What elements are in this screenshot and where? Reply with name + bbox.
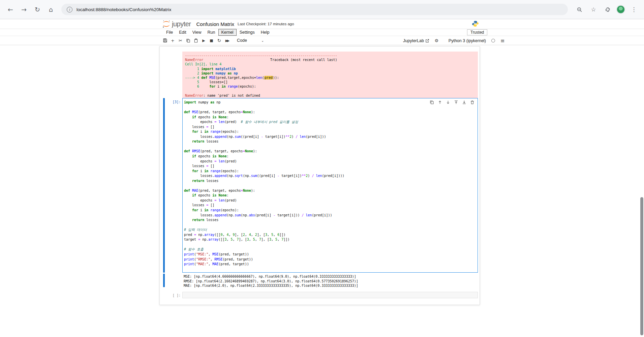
jupyter-logo-icon xyxy=(162,20,171,28)
duplicate-cell-icon xyxy=(430,100,434,104)
restart-kernel-button[interactable]: ↻ xyxy=(215,37,223,44)
notebook-title[interactable]: Confusion Matrix xyxy=(196,21,235,27)
notebook-tools-button[interactable]: ≡ xyxy=(500,38,505,44)
reload-icon: ↻ xyxy=(35,6,40,13)
save-button[interactable] xyxy=(161,37,169,44)
menu-help[interactable]: Help xyxy=(258,29,273,36)
cut-cells-button[interactable]: ✂ xyxy=(177,37,184,44)
jupyterlab-link[interactable]: JupyterLab xyxy=(403,38,429,43)
restart-icon: ↻ xyxy=(217,38,221,43)
profile-avatar[interactable] xyxy=(616,5,625,14)
notebook-document: ----------------------------------------… xyxy=(159,46,480,305)
menu-kernel[interactable]: Kernel xyxy=(218,29,237,36)
puzzle-icon xyxy=(605,7,611,12)
plus-icon: + xyxy=(171,38,175,43)
url-bar[interactable]: i localhost:8888/notebooks/Confusion%20M… xyxy=(61,4,568,15)
code-editor[interactable]: import numpy as np def MSE(pred, target,… xyxy=(182,98,478,273)
zoom-magnifier-icon xyxy=(577,7,582,12)
move-cell-down-icon xyxy=(446,100,450,104)
insert-cell-below-button[interactable] xyxy=(462,100,467,105)
browser-menu-button[interactable]: ⋮ xyxy=(628,4,639,15)
run-cell-button[interactable]: ▶ xyxy=(200,37,208,44)
delete-cell-button[interactable] xyxy=(470,100,475,105)
interrupt-kernel-button[interactable]: ■ xyxy=(208,37,215,44)
home-icon: ⌂ xyxy=(49,6,53,13)
star-icon: ☆ xyxy=(591,6,596,13)
stop-icon: ■ xyxy=(210,38,213,43)
kernel-name[interactable]: Python 3 (ipykernel) xyxy=(449,38,486,43)
back-button[interactable]: ← xyxy=(5,4,16,15)
scissors-icon: ✂ xyxy=(179,38,182,43)
move-cell-down-button[interactable] xyxy=(446,100,451,105)
bookmark-button[interactable]: ☆ xyxy=(588,4,599,15)
empty-cell-prompt: [ ]: xyxy=(164,294,181,297)
insert-cell-above-button[interactable] xyxy=(454,100,459,105)
cell-type-select[interactable]: Code ⌄ xyxy=(237,38,264,43)
browser-toolbar: ← → ↻ ⌂ i localhost:8888/notebooks/Confu… xyxy=(0,0,644,19)
restart-run-all-button[interactable]: ▶▶ xyxy=(223,37,231,44)
menu-file[interactable]: File xyxy=(163,29,176,36)
chevron-down-icon: ⌄ xyxy=(261,39,264,42)
external-link-icon xyxy=(425,39,429,43)
move-cell-up-icon xyxy=(438,100,442,104)
back-icon: ← xyxy=(8,6,13,13)
cell-type-value: Code xyxy=(237,38,247,43)
menu-settings[interactable]: Settings xyxy=(237,29,258,36)
checkpoint-status: Last Checkpoint: 17 minutes ago xyxy=(238,22,294,26)
trusted-badge[interactable]: Trusted xyxy=(467,29,487,35)
cell-output-area[interactable]: MSE: [np.float64(4.666666666666667), np.… xyxy=(182,274,478,288)
jupyter-logo[interactable]: jupyter xyxy=(162,20,191,28)
copy-cells-button[interactable] xyxy=(184,37,192,44)
copy-icon xyxy=(186,38,190,43)
paste-cells-button[interactable] xyxy=(192,37,200,44)
forward-icon: → xyxy=(21,6,27,13)
save-icon xyxy=(163,38,167,43)
insert-cell-button[interactable]: + xyxy=(169,37,177,44)
forward-button[interactable]: → xyxy=(18,4,30,15)
output-selection-bar xyxy=(163,274,165,287)
home-button[interactable]: ⌂ xyxy=(45,4,57,15)
trash-icon xyxy=(470,100,474,104)
menu-view[interactable]: View xyxy=(189,29,205,36)
fast-forward-icon: ▶▶ xyxy=(225,39,228,42)
notebook-toolbar: + ✂ ▶ ■ ↻ ▶▶ Code ⌄ JupyterLab ⚙ Python … xyxy=(0,36,644,45)
cell-toolbar xyxy=(429,100,476,105)
settings-button[interactable]: ⚙ xyxy=(433,37,440,44)
site-info-icon[interactable]: i xyxy=(67,7,72,12)
cell-selection-bar xyxy=(163,98,165,273)
execution-count-prompt: [3]: xyxy=(164,100,181,104)
run-icon: ▶ xyxy=(202,38,205,43)
duplicate-cell-button[interactable] xyxy=(429,100,434,105)
menu-edit[interactable]: Edit xyxy=(176,29,189,36)
zoom-indicator-button[interactable] xyxy=(574,4,585,15)
extensions-button[interactable] xyxy=(602,4,613,15)
python-logo-icon xyxy=(472,20,479,27)
jupyter-header: jupyter Confusion Matrix Last Checkpoint… xyxy=(0,19,644,29)
notebook-menubar: File Edit View Run Kernel Settings Help … xyxy=(0,29,644,36)
jupyterlab-label: JupyterLab xyxy=(403,38,424,43)
reload-button[interactable]: ↻ xyxy=(32,4,43,15)
url-text: localhost:8888/notebooks/Confusion%20Mat… xyxy=(76,7,171,12)
page-scrollbar-thumb[interactable] xyxy=(640,197,643,335)
insert-cell-above-icon xyxy=(454,100,458,104)
kebab-menu-icon: ⋮ xyxy=(631,6,637,13)
move-cell-up-button[interactable] xyxy=(437,100,442,105)
empty-code-editor[interactable] xyxy=(182,292,478,298)
kernel-status-icon xyxy=(491,39,495,42)
gear-icon: ⚙ xyxy=(435,38,439,43)
paste-icon xyxy=(194,38,198,43)
menu-run[interactable]: Run xyxy=(205,29,218,36)
insert-cell-below-icon xyxy=(462,100,466,104)
jupyter-wordmark: jupyter xyxy=(172,20,191,28)
error-output-cell[interactable]: ----------------------------------------… xyxy=(182,52,478,99)
